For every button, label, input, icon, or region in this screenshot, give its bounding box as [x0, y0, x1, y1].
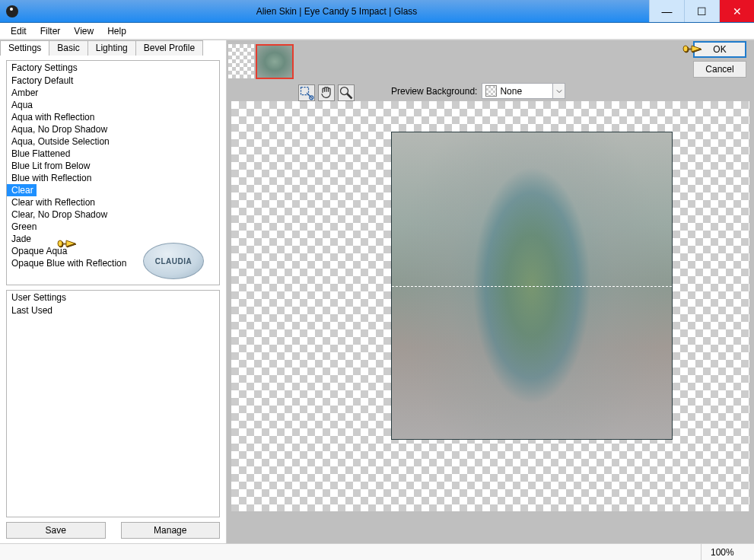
list-item[interactable]: Jade: [7, 233, 219, 245]
settings-buttons: Save Manage: [0, 517, 226, 539]
tab-settings[interactable]: Settings: [0, 40, 49, 56]
list-item[interactable]: Aqua, No Drop Shadow: [7, 123, 219, 135]
menu-edit[interactable]: Edit: [5, 24, 33, 38]
cancel-button[interactable]: Cancel: [693, 61, 746, 78]
list-item[interactable]: Blue with Reflection: [7, 172, 219, 184]
statusbar: 100%: [0, 543, 754, 560]
tab-bevel-profile[interactable]: Bevel Profile: [135, 40, 203, 56]
settings-tabs: Settings Basic Lighting Bevel Profile: [0, 40, 226, 56]
list-item[interactable]: Opaque Aqua: [7, 245, 219, 257]
list-item[interactable]: Aqua: [7, 99, 219, 111]
minimize-button[interactable]: —: [649, 0, 684, 22]
list-item[interactable]: Blue Flattened: [7, 148, 219, 160]
list-item[interactable]: Last Used: [7, 304, 219, 317]
maximize-button[interactable]: ☐: [684, 0, 719, 22]
list-item[interactable]: Clear with Reflection: [7, 196, 219, 208]
original-thumbnail[interactable]: [228, 44, 254, 78]
manage-button[interactable]: Manage: [121, 522, 221, 539]
svg-point-2: [341, 88, 348, 95]
close-button[interactable]: ✕: [719, 0, 754, 22]
list-item[interactable]: Green: [7, 221, 219, 233]
tab-basic[interactable]: Basic: [49, 40, 87, 56]
titlebar: Alien Skin | Eye Candy 5 Impact | Glass …: [0, 0, 754, 23]
list-item[interactable]: Factory Default: [7, 75, 219, 87]
preview-background-value: None: [500, 86, 552, 97]
selection-tool-icon[interactable]: [298, 84, 315, 101]
list-item[interactable]: Opaque Blue with Reflection: [7, 257, 219, 269]
zoom-level: 100%: [701, 544, 746, 560]
preview-bottom-bar: [227, 511, 754, 543]
lists-area: Factory Settings Factory Default Amber A…: [0, 56, 226, 517]
chevron-down-icon: [552, 84, 565, 98]
thumbnail-zone: [227, 40, 294, 82]
preview-background-label: Preview Background:: [391, 86, 477, 97]
menu-filter[interactable]: Filter: [34, 24, 67, 38]
preview-canvas[interactable]: [231, 101, 749, 511]
right-panel: Preview Background: None: [227, 40, 754, 543]
list-item[interactable]: Aqua, Outside Selection: [7, 135, 219, 148]
factory-settings-list[interactable]: Factory Settings Factory Default Amber A…: [6, 60, 220, 285]
content: Settings Basic Lighting Bevel Profile Fa…: [0, 40, 754, 543]
preview-toolbar: Preview Background: None: [227, 40, 754, 101]
transparency-swatch-icon: [485, 85, 497, 97]
zoom-tool-icon[interactable]: [338, 84, 355, 101]
menu-view[interactable]: View: [68, 24, 100, 38]
window-title: Alien Skin | Eye Candy 5 Impact | Glass: [24, 6, 649, 17]
preview-tools: [298, 84, 355, 101]
preview-image: [391, 132, 673, 440]
list-item-selected[interactable]: Clear: [7, 184, 37, 196]
menubar: Edit Filter View Help: [0, 23, 754, 40]
user-settings-list[interactable]: User Settings Last Used: [6, 290, 220, 517]
window-buttons: — ☐ ✕: [649, 0, 754, 22]
user-settings-header: User Settings: [7, 291, 219, 304]
list-item[interactable]: Clear, No Drop Shadow: [7, 208, 219, 221]
list-item[interactable]: Aqua with Reflection: [7, 111, 219, 123]
list-item[interactable]: Amber: [7, 87, 219, 99]
menu-help[interactable]: Help: [101, 24, 132, 38]
svg-line-3: [347, 94, 352, 98]
factory-settings-header: Factory Settings: [7, 61, 219, 75]
left-panel: Settings Basic Lighting Bevel Profile Fa…: [0, 40, 227, 543]
app-icon: [6, 5, 18, 18]
tab-lighting[interactable]: Lighting: [87, 40, 136, 56]
preview-background-dropdown[interactable]: None: [482, 83, 565, 99]
dialog-buttons: OK Cancel: [693, 41, 746, 78]
list-item[interactable]: Blue Lit from Below: [7, 160, 219, 172]
save-button[interactable]: Save: [6, 522, 106, 539]
ok-button[interactable]: OK: [693, 41, 746, 58]
effect-thumbnail[interactable]: [256, 44, 294, 79]
hand-tool-icon[interactable]: [318, 84, 335, 101]
